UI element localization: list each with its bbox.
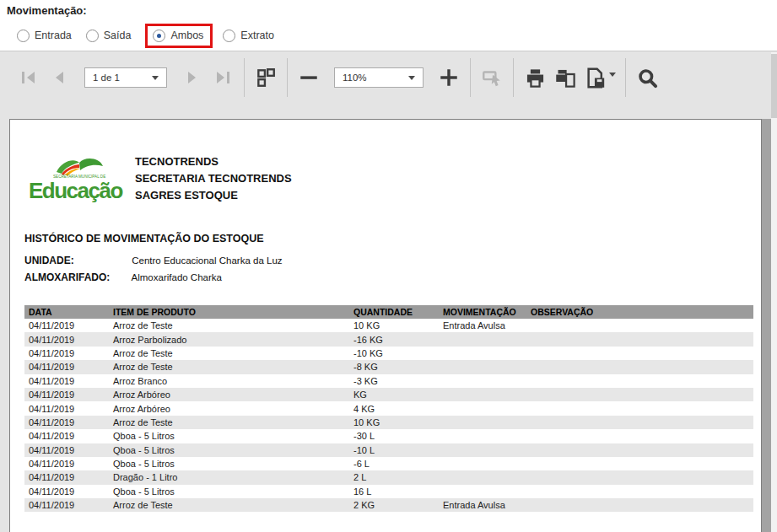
report-title: HISTÓRICO DE MOVIMENTAÇÃO DO ESTOQUE: [24, 233, 264, 245]
table-row: 04/11/2019Qboa - 5 Litros-6 L: [24, 457, 753, 470]
radio-icon[interactable]: [86, 30, 99, 42]
print-layout-button[interactable]: [550, 62, 580, 93]
table-cell: Arroz Arbóreo: [109, 401, 349, 415]
table-cell: [526, 457, 753, 470]
radio-icon[interactable]: [17, 30, 30, 42]
table-cell: [526, 416, 753, 429]
table-cell: -6 L: [349, 457, 439, 470]
table-cell: -30 L: [349, 429, 439, 443]
table-row: 04/11/2019Arroz de Teste-8 KG: [24, 360, 753, 373]
table-cell: 04/11/2019: [24, 416, 109, 429]
chevron-down-icon: [408, 76, 415, 80]
print-button[interactable]: [520, 62, 550, 93]
table-cell: [439, 360, 526, 373]
toolbar-separator: [287, 58, 288, 97]
table-cell: [439, 429, 526, 443]
chevron-down-icon: [609, 73, 616, 77]
table-cell: 04/11/2019: [24, 374, 109, 388]
page-layout-button[interactable]: [251, 62, 281, 93]
zoom-out-button[interactable]: [294, 62, 324, 93]
table-cell: [526, 485, 753, 498]
table-cell: Qboa - 5 Litros: [109, 457, 349, 470]
movement-table: DATA ITEM DE PRODUTO QUANTIDADE MOVIMENT…: [24, 305, 753, 512]
table-cell: Arroz Arbóreo: [109, 388, 349, 401]
table-cell: 04/11/2019: [24, 470, 109, 484]
column-header-movimentacao: MOVIMENTAÇÃO: [439, 305, 526, 319]
table-cell: 04/11/2019: [24, 319, 109, 332]
select-tool-icon: [481, 67, 503, 89]
table-cell: [439, 443, 526, 457]
zoom-in-icon: [438, 67, 460, 89]
table-cell: 04/11/2019: [24, 443, 109, 457]
page-select[interactable]: 1 de 1: [84, 67, 167, 88]
table-row: 04/11/2019Dragão - 1 Litro2 L: [24, 470, 753, 484]
table-cell: Arroz de Teste: [109, 319, 349, 332]
last-page-button[interactable]: [208, 62, 238, 93]
table-cell: [439, 374, 526, 388]
select-tool-button[interactable]: [477, 62, 507, 93]
previous-page-button[interactable]: [44, 62, 74, 93]
table-cell: Dragão - 1 Litro: [109, 470, 349, 484]
table-cell: -10 L: [349, 443, 439, 457]
table-cell: [439, 457, 526, 470]
radio-entrada[interactable]: Entrada: [17, 30, 72, 42]
table-cell: [526, 443, 753, 457]
table-cell: 10 KG: [349, 319, 439, 332]
first-page-button[interactable]: [13, 62, 44, 93]
table-cell: [439, 388, 526, 401]
radio-saida-label: Saída: [104, 30, 132, 41]
table-row: 04/11/2019Arroz Parbolizado-16 KG: [24, 332, 753, 346]
table-cell: -3 KG: [349, 374, 439, 388]
table-cell: 4 KG: [349, 401, 439, 415]
scrollbar-thumb[interactable]: [771, 54, 777, 118]
table-cell: Arroz Branco: [109, 374, 349, 388]
radio-extrato[interactable]: Extrato: [223, 30, 274, 42]
zoom-select[interactable]: 110%: [334, 67, 424, 88]
table-cell: [439, 347, 526, 360]
org-line-2: SECRETARIA TECNOTRENDS: [135, 170, 292, 187]
column-header-observacao: OBSERVAÇÃO: [526, 305, 753, 319]
export-button[interactable]: [580, 62, 619, 93]
column-header-item: ITEM DE PRODUTO: [109, 305, 349, 319]
table-cell: [526, 360, 753, 373]
table-row: 04/11/2019Qboa - 5 Litros-10 L: [24, 443, 753, 457]
table-cell: [439, 416, 526, 429]
table-cell: Qboa - 5 Litros: [109, 485, 349, 498]
table-cell: [526, 401, 753, 415]
table-cell: 04/11/2019: [24, 360, 109, 373]
table-cell: [526, 332, 753, 346]
table-cell: -8 KG: [349, 360, 439, 373]
previous-page-icon: [49, 67, 69, 88]
radio-icon[interactable]: [223, 30, 235, 42]
search-icon: [636, 67, 659, 89]
report-table-body: 04/11/2019Arroz de Teste10 KGEntrada Avu…: [24, 319, 753, 512]
table-cell: [439, 401, 526, 415]
table-cell: Qboa - 5 Litros: [109, 443, 349, 457]
table-cell: 16 L: [349, 485, 439, 498]
field-unidade-label: UNIDADE:: [24, 255, 129, 266]
table-cell: Entrada Avulsa: [439, 319, 526, 332]
next-page-button[interactable]: [177, 62, 208, 93]
first-page-icon: [19, 67, 39, 88]
table-row: 04/11/2019Arroz de Teste10 KGEntrada Avu…: [24, 319, 753, 332]
print-icon: [524, 67, 547, 89]
table-row: 04/11/2019Arroz ArbóreoKG: [24, 388, 753, 401]
zoom-in-button[interactable]: [434, 62, 464, 93]
filter-label: Movimentação:: [7, 4, 87, 17]
page-select-value: 1 de 1: [93, 73, 120, 83]
table-cell: [526, 319, 753, 332]
table-cell: 2 KG: [349, 498, 439, 512]
radio-saida[interactable]: Saída: [86, 30, 132, 42]
table-cell: -16 KG: [349, 332, 439, 346]
logo-text: Educação: [29, 178, 122, 203]
table-cell: 04/11/2019: [24, 332, 109, 346]
field-almoxarifado-value: Almoxarifado Charka: [132, 272, 222, 282]
search-button[interactable]: [632, 62, 662, 93]
org-line-3: SAGRES ESTOQUE: [135, 187, 292, 204]
table-cell: [439, 332, 526, 346]
table-row: 04/11/2019Arroz de Teste2 KGEntrada Avul…: [24, 498, 753, 512]
radio-icon[interactable]: [153, 30, 165, 42]
radio-entrada-label: Entrada: [35, 30, 72, 41]
vertical-scrollbar[interactable]: [771, 52, 777, 532]
radio-ambos[interactable]: Ambos: [153, 30, 203, 42]
